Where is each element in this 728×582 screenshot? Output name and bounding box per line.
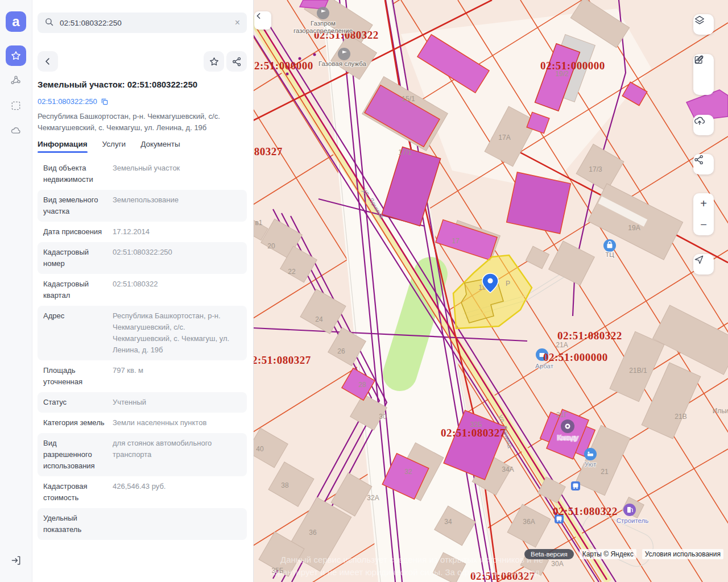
map-label: 38 xyxy=(281,481,289,489)
map-label: 17А xyxy=(498,134,510,142)
layers-network-button[interactable] xyxy=(6,70,26,91)
info-row-value: Земли населенных пунктов xyxy=(113,417,241,429)
map-label: 02:51:080322 xyxy=(557,330,622,342)
map-label: 24 xyxy=(315,315,323,323)
gas-service-flag-icon[interactable] xyxy=(338,48,350,60)
map-label: 20 xyxy=(267,242,275,250)
app-logo[interactable]: а xyxy=(6,11,26,32)
info-row: Категория земельЗемли населенных пунктов xyxy=(38,413,247,433)
share-object-button[interactable] xyxy=(226,51,247,72)
gazprom-flag-icon[interactable] xyxy=(317,7,329,19)
measure-edit-group xyxy=(693,54,714,95)
star-outline-icon xyxy=(209,56,220,67)
info-row-label: Кадастровый квартал xyxy=(43,278,105,301)
map-label: 15/1 xyxy=(402,95,415,103)
info-row-value: 17.12.2014 xyxy=(113,226,241,238)
map-label: в1 xyxy=(255,219,262,227)
copyright-yandex[interactable]: Карты © Яндекс xyxy=(580,549,636,559)
map-label: 21А xyxy=(556,341,568,349)
map-label: 02:51:000000 xyxy=(253,60,313,72)
page-title: Земельный участок: 02:51:080322:250 xyxy=(38,80,248,89)
map-label: 21 xyxy=(601,468,609,476)
map-label: Данный сервис использует сведения из отк… xyxy=(280,555,543,564)
share-icon xyxy=(231,56,242,67)
cadastral-number-text: 02:51:080322:250 xyxy=(38,97,97,106)
cadastral-number-link[interactable]: 02:51:080322:250 xyxy=(38,97,109,106)
object-address: Республика Башкортостан, р-н. Чекмагушев… xyxy=(38,111,247,134)
share-icon xyxy=(693,154,705,165)
kakadu-icon[interactable] xyxy=(561,419,574,433)
copy-icon[interactable] xyxy=(101,98,109,106)
hotel-uyut-icon[interactable] xyxy=(584,448,597,460)
info-row: Вид земельного участкаЗемлепользование xyxy=(38,190,247,222)
area-select-button[interactable] xyxy=(6,95,26,116)
upload-button[interactable] xyxy=(693,115,714,135)
map-label: 02:51:080327 xyxy=(253,146,283,157)
info-row-value: Республика Башкортостан, р-н. Чекмагушев… xyxy=(113,310,241,356)
zoom-controls: + − xyxy=(693,193,714,235)
map-label: 36А xyxy=(523,518,535,526)
locate-button[interactable] xyxy=(693,254,714,275)
favorites-button[interactable] xyxy=(6,45,26,66)
favorite-object-button[interactable] xyxy=(204,51,224,72)
icon-rail: а xyxy=(0,0,32,582)
info-row-value: 426,546.43 руб. xyxy=(113,481,241,504)
map-label: 21В/1 xyxy=(629,367,647,375)
info-row: Кадастровый квартал02:51:080322 xyxy=(38,274,247,306)
search-bar[interactable]: × xyxy=(38,13,247,33)
tab-services[interactable]: Услуги xyxy=(102,140,126,153)
back-button[interactable] xyxy=(38,51,58,72)
info-row: Вид объекта недвижимостиЗемельный участо… xyxy=(38,158,247,190)
map-label: Газовая служба xyxy=(318,60,367,67)
info-row-label: Кадастровая стоимость xyxy=(43,481,105,504)
info-row-value xyxy=(113,513,241,535)
exit-button[interactable] xyxy=(6,550,26,571)
bus-stop-icon[interactable] xyxy=(571,481,580,490)
map-label: 21В xyxy=(675,413,686,421)
map-label: P xyxy=(506,280,510,288)
terms-of-use-link[interactable]: Условия использования xyxy=(642,549,723,559)
map-label: Ильи xyxy=(713,407,728,415)
purple-dot xyxy=(313,53,316,56)
app-window: а × Земельный учас xyxy=(0,0,728,582)
map-attribution: Beta-версия Карты © Яндекс Условия испол… xyxy=(524,549,723,559)
tab-documents[interactable]: Документы xyxy=(140,140,180,153)
map-label: 32А xyxy=(367,494,379,502)
search-input[interactable] xyxy=(59,18,230,28)
share-map-button[interactable] xyxy=(693,154,714,174)
info-row-label: Вид земельного участка xyxy=(43,194,105,217)
info-row: Вид разрешенного использованиядля стояно… xyxy=(38,433,247,476)
info-row-label: Площадь уточненная xyxy=(43,365,105,388)
clear-search-icon[interactable]: × xyxy=(235,18,240,27)
map-canvas[interactable]: ул. Ленинаул. Ленина 15/117/117А17/319/2… xyxy=(253,0,728,582)
detail-panel: × Земельный участок: 02:51:080322:250 02… xyxy=(32,0,254,582)
mall-icon[interactable] xyxy=(603,239,616,252)
cloud-button[interactable] xyxy=(6,120,26,141)
draw-edit-button[interactable] xyxy=(693,74,714,95)
info-row: Площадь уточненная797 кв. м xyxy=(38,360,247,392)
info-row-label: Категория земель xyxy=(43,417,105,429)
map-label: 30А xyxy=(551,560,563,568)
edit-icon xyxy=(693,54,705,65)
info-row-value: Земельный участок xyxy=(113,163,241,185)
info-row: АдресРеспублика Башкортостан, р-н. Чекма… xyxy=(38,306,247,360)
map-label: Уют xyxy=(585,461,597,468)
zoom-in-button[interactable]: + xyxy=(693,193,714,214)
info-row: Удельный показатель xyxy=(38,508,247,540)
zoom-out-button[interactable]: − xyxy=(693,214,714,235)
tab-information[interactable]: Информация xyxy=(38,140,88,153)
map-label: 02:51:080322 xyxy=(553,505,618,517)
info-table: Вид объекта недвижимостиЗемельный участо… xyxy=(38,158,247,540)
map-render: ул. Ленинаул. Ленина 15/117/117А17/319/2… xyxy=(253,0,728,582)
collapse-panel-button[interactable] xyxy=(254,11,271,30)
exit-icon xyxy=(10,555,22,566)
info-row: Дата присвоения17.12.2014 xyxy=(38,222,247,242)
layers-button[interactable] xyxy=(693,14,714,35)
fuel-stroitel-icon[interactable] xyxy=(623,504,636,516)
map-label: 34 xyxy=(444,518,452,526)
dashed-square-icon xyxy=(10,100,22,111)
info-row-label: Вид разрешенного использования xyxy=(43,438,105,472)
info-row: СтатусУчтенный xyxy=(38,392,247,413)
network-icon xyxy=(10,75,22,86)
upload-cloud-icon xyxy=(693,115,706,127)
